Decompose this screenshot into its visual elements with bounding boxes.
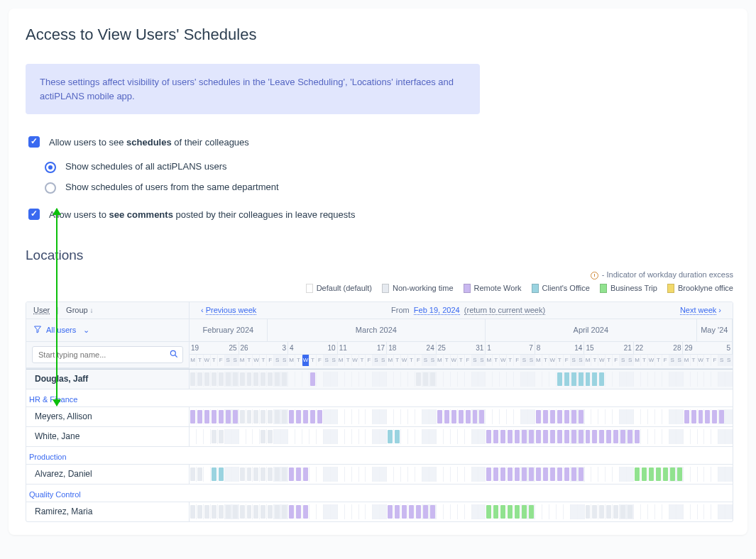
day-cell[interactable] xyxy=(585,504,592,519)
day-cell[interactable] xyxy=(718,467,725,482)
day-cell[interactable] xyxy=(359,409,366,424)
day-cell[interactable] xyxy=(698,372,705,387)
day-cell[interactable] xyxy=(359,467,366,482)
day-cell[interactable] xyxy=(253,429,260,444)
day-cell[interactable] xyxy=(451,409,458,424)
day-cell[interactable] xyxy=(211,409,218,424)
day-cell[interactable] xyxy=(704,372,711,387)
day-cell[interactable] xyxy=(190,429,197,444)
day-cell[interactable] xyxy=(260,429,267,444)
day-cell[interactable] xyxy=(437,467,444,482)
day-cell[interactable] xyxy=(274,429,281,444)
day-cell[interactable] xyxy=(415,504,422,519)
day-cell[interactable] xyxy=(676,409,684,424)
day-cell[interactable] xyxy=(422,467,429,482)
day-cell[interactable] xyxy=(507,372,514,387)
user-name[interactable]: Alvarez, Daniel xyxy=(26,465,190,484)
day-cell[interactable] xyxy=(288,409,295,424)
day-cell[interactable] xyxy=(669,467,676,482)
day-cell[interactable] xyxy=(401,467,408,482)
day-cell[interactable] xyxy=(704,467,711,482)
day-cell[interactable] xyxy=(528,504,535,519)
day-cell[interactable] xyxy=(634,429,641,444)
day-cell[interactable] xyxy=(478,467,486,482)
day-cell[interactable] xyxy=(253,467,260,482)
day-cell[interactable] xyxy=(698,504,705,519)
day-cell[interactable] xyxy=(302,504,309,519)
day-cell[interactable] xyxy=(437,429,444,444)
day-cell[interactable] xyxy=(324,409,331,424)
day-cell[interactable] xyxy=(521,467,528,482)
day-cell[interactable] xyxy=(394,504,401,519)
day-cell[interactable] xyxy=(691,467,698,482)
day-cell[interactable] xyxy=(620,467,627,482)
day-cell[interactable] xyxy=(669,372,676,387)
day-cell[interactable] xyxy=(359,372,366,387)
day-cell[interactable] xyxy=(437,504,444,519)
day-cell[interactable] xyxy=(514,372,521,387)
day-cell[interactable] xyxy=(542,372,549,387)
day-cell[interactable] xyxy=(613,409,620,424)
day-cell[interactable] xyxy=(648,409,655,424)
day-cell[interactable] xyxy=(472,467,479,482)
day-cell[interactable] xyxy=(585,409,592,424)
day-cell[interactable] xyxy=(711,372,718,387)
day-cell[interactable] xyxy=(309,467,317,482)
day-cell[interactable] xyxy=(514,504,521,519)
day-cell[interactable] xyxy=(564,429,571,444)
day-cell[interactable] xyxy=(676,429,684,444)
day-cell[interactable] xyxy=(408,467,415,482)
day-cell[interactable] xyxy=(394,372,401,387)
day-cell[interactable] xyxy=(528,372,535,387)
day-cell[interactable] xyxy=(620,504,627,519)
day-cell[interactable] xyxy=(197,409,204,424)
day-cell[interactable] xyxy=(725,372,733,387)
day-cell[interactable] xyxy=(309,372,317,387)
day-cell[interactable] xyxy=(542,504,549,519)
day-cell[interactable] xyxy=(571,504,578,519)
day-cell[interactable] xyxy=(267,372,274,387)
day-cell[interactable] xyxy=(486,372,493,387)
show-dept-radio[interactable] xyxy=(45,182,56,194)
day-cell[interactable] xyxy=(394,467,401,482)
day-cell[interactable] xyxy=(606,372,613,387)
day-cell[interactable] xyxy=(253,372,260,387)
day-cell[interactable] xyxy=(641,409,648,424)
day-cell[interactable] xyxy=(718,409,725,424)
day-cell[interactable] xyxy=(478,409,486,424)
day-cell[interactable] xyxy=(472,372,479,387)
day-cell[interactable] xyxy=(684,409,691,424)
day-cell[interactable] xyxy=(458,467,465,482)
day-cell[interactable] xyxy=(451,429,458,444)
day-cell[interactable] xyxy=(246,504,253,519)
day-cell[interactable] xyxy=(281,409,288,424)
day-cell[interactable] xyxy=(380,504,387,519)
day-cell[interactable] xyxy=(373,409,380,424)
day-cell[interactable] xyxy=(232,467,239,482)
day-cell[interactable] xyxy=(190,409,197,424)
day-cell[interactable] xyxy=(725,467,733,482)
day-cell[interactable] xyxy=(204,504,211,519)
show-all-label[interactable]: Show schedules of all actiPLANS users xyxy=(65,161,227,172)
day-cell[interactable] xyxy=(288,467,295,482)
day-cell[interactable] xyxy=(557,372,564,387)
day-cell[interactable] xyxy=(408,504,415,519)
day-cell[interactable] xyxy=(641,467,648,482)
from-date[interactable]: Feb 19, 2024 xyxy=(414,306,460,315)
day-cell[interactable] xyxy=(352,409,359,424)
day-cell[interactable] xyxy=(542,429,549,444)
day-cell[interactable] xyxy=(704,429,711,444)
day-cell[interactable] xyxy=(253,409,260,424)
day-cell[interactable] xyxy=(415,467,422,482)
day-cell[interactable] xyxy=(585,467,592,482)
day-cell[interactable] xyxy=(606,409,613,424)
sort-by-group[interactable]: Group xyxy=(66,306,93,314)
day-cell[interactable] xyxy=(564,372,571,387)
day-cell[interactable] xyxy=(345,504,352,519)
day-cell[interactable] xyxy=(274,409,281,424)
day-cell[interactable] xyxy=(564,409,571,424)
day-cell[interactable] xyxy=(387,429,394,444)
day-cell[interactable] xyxy=(521,409,528,424)
day-cell[interactable] xyxy=(458,372,465,387)
day-cell[interactable] xyxy=(662,409,669,424)
